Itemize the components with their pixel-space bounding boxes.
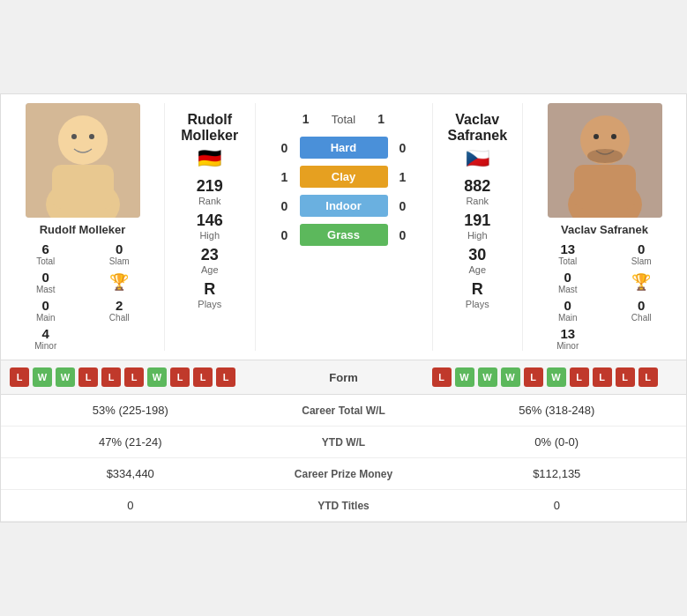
left-form-badge-8: L <box>193 367 213 387</box>
stats-label-2: Career Prize Money <box>256 468 432 480</box>
left-chall-cell: 2 Chall <box>84 298 156 323</box>
court-right-score: 0 <box>395 199 411 213</box>
right-player-name: Vaclav Safranek <box>561 223 648 236</box>
right-form-badge-9: L <box>638 367 658 387</box>
svg-point-11 <box>587 149 623 163</box>
left-slam-cell: 0 Slam <box>84 241 156 266</box>
stats-right-3: 0 <box>432 499 683 512</box>
left-age: 23 Age <box>201 246 219 275</box>
form-left: LWWLLLWLLL <box>10 367 256 387</box>
right-player-panel: Vaclav Safranek 13 Total 0 Slam 0 Mast 🏆… <box>523 103 686 351</box>
court-left-score: 0 <box>277 228 293 242</box>
svg-rect-5 <box>52 165 114 209</box>
right-form-badge-1: W <box>455 367 474 387</box>
right-middle-panel: Vaclav Safranek 🇨🇿 882 Rank 191 High 30 … <box>432 103 524 351</box>
court-right-score: 0 <box>395 141 411 155</box>
right-total-cell: 13 Total <box>532 241 604 266</box>
left-form-badge-7: L <box>170 367 190 387</box>
stats-left-2: $334,440 <box>5 467 256 480</box>
right-form-badge-5: W <box>547 367 566 387</box>
left-total-cell: 6 Total <box>10 241 82 266</box>
left-minor-cell: 4 Minor <box>10 326 82 351</box>
left-form-badge-0: L <box>10 367 29 387</box>
svg-point-4 <box>89 134 94 139</box>
court-row-hard: 0 Hard 0 <box>277 137 411 159</box>
stats-label-3: YTD Titles <box>256 500 432 512</box>
stats-row-3: 0 YTD Titles 0 <box>1 490 686 522</box>
left-form-badge-1: W <box>33 367 52 387</box>
court-row-indoor: 0 Indoor 0 <box>277 195 411 217</box>
left-player-stats: 6 Total 0 Slam 0 Mast 🏆 0 Main <box>1 241 164 351</box>
right-player-stats: 13 Total 0 Slam 0 Mast 🏆 0 Main <box>523 241 686 351</box>
svg-point-3 <box>71 134 77 139</box>
court-left-score: 0 <box>277 199 293 213</box>
court-btn-grass[interactable]: Grass <box>300 224 388 246</box>
court-left-score: 0 <box>277 141 293 155</box>
main-container: Rudolf Molleker 6 Total 0 Slam 0 Mast 🏆 … <box>0 93 687 523</box>
left-trophy-icon: 🏆 <box>84 272 156 292</box>
svg-point-1 <box>58 115 108 165</box>
left-player-name: Rudolf Molleker <box>40 223 126 236</box>
right-mast-cell: 0 Mast <box>532 270 604 294</box>
court-btn-clay[interactable]: Clay <box>300 166 388 188</box>
right-chall-cell: 0 Chall <box>606 298 678 323</box>
right-minor-cell: 13 Minor <box>532 326 604 351</box>
court-btn-indoor[interactable]: Indoor <box>300 195 388 217</box>
stats-label-0: Career Total W/L <box>256 404 432 417</box>
stats-table: 53% (225-198) Career Total W/L 56% (318-… <box>1 394 686 522</box>
stats-right-1: 0% (0-0) <box>432 435 683 449</box>
right-form-badge-6: L <box>570 367 589 387</box>
svg-rect-12 <box>574 165 636 209</box>
svg-point-9 <box>594 134 599 139</box>
left-form-badge-3: L <box>78 367 98 387</box>
court-left-score: 1 <box>277 170 293 184</box>
court-row-grass: 0 Grass 0 <box>277 224 411 246</box>
stats-left-3: 0 <box>5 499 256 512</box>
stats-right-0: 56% (318-248) <box>432 404 683 417</box>
right-age: 30 Age <box>468 246 486 275</box>
top-section: Rudolf Molleker 6 Total 0 Slam 0 Mast 🏆 … <box>1 94 686 360</box>
right-slam-cell: 0 Slam <box>606 241 678 266</box>
right-plays: R Plays <box>466 280 489 309</box>
right-flag: 🇨🇿 <box>466 147 489 170</box>
stats-label-1: YTD W/L <box>256 436 432 449</box>
left-form-badge-2: W <box>56 367 75 387</box>
right-name-top: Vaclav Safranek <box>447 112 507 144</box>
form-section: LWWLLLWLLL Form LWWWLWLLLL <box>1 360 686 394</box>
total-row: 1 Total 1 <box>298 112 389 126</box>
right-main-cell2: 0 Main <box>532 298 604 323</box>
court-right-score: 1 <box>395 170 411 184</box>
stats-right-2: $112,135 <box>432 467 683 480</box>
right-form-badge-0: L <box>432 367 452 387</box>
left-mast-cell: 0 Mast <box>10 270 82 294</box>
right-high: 191 High <box>464 212 490 241</box>
left-name-top: Rudolf Molleker <box>181 112 238 144</box>
left-form-badge-4: L <box>101 367 121 387</box>
court-btn-hard[interactable]: Hard <box>300 137 388 159</box>
right-player-photo <box>548 103 662 218</box>
right-form-badge-7: L <box>593 367 612 387</box>
left-form-badge-5: L <box>124 367 144 387</box>
court-rows: 0 Hard 0 1 Clay 1 0 Indoor 0 0 Grass 0 <box>277 137 411 253</box>
left-player-panel: Rudolf Molleker 6 Total 0 Slam 0 Mast 🏆 … <box>1 103 164 351</box>
right-rank: 882 Rank <box>464 177 490 206</box>
left-main-cell2: 0 Main <box>10 298 82 323</box>
right-form-badge-8: L <box>616 367 635 387</box>
svg-point-10 <box>611 134 616 139</box>
right-form-badge-2: W <box>478 367 497 387</box>
court-right-score: 0 <box>395 228 411 242</box>
left-high: 146 High <box>197 212 223 241</box>
left-rank: 219 Rank <box>197 177 223 206</box>
right-form-badge-4: L <box>524 367 543 387</box>
left-form-badge-9: L <box>216 367 235 387</box>
left-player-photo <box>26 103 140 218</box>
left-middle-panel: Rudolf Molleker 🇩🇪 219 Rank 146 High 23 … <box>164 103 256 351</box>
right-form-badge-3: W <box>501 367 520 387</box>
left-plays: R Plays <box>198 280 221 309</box>
form-center-label: Form <box>256 371 432 384</box>
center-panel: 1 Total 1 0 Hard 0 1 Clay 1 0 Indoor 0 0… <box>256 103 432 351</box>
right-trophy-icon: 🏆 <box>606 272 678 292</box>
form-right: LWWWLWLLLL <box>432 367 678 387</box>
court-row-clay: 1 Clay 1 <box>277 166 411 188</box>
left-form-badge-6: W <box>147 367 167 387</box>
